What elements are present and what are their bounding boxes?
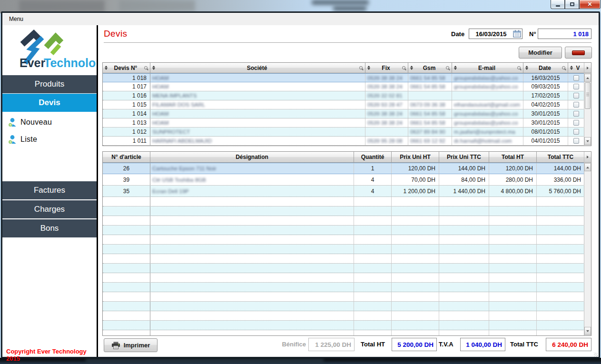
maximize-icon — [570, 2, 574, 6]
sort-icon[interactable] — [410, 65, 413, 71]
window-close-button[interactable]: ✕ — [579, 0, 601, 9]
table-row[interactable]: 1 016 MENA IMPLANTS 0539 32 02 81 17/02/… — [103, 91, 591, 100]
search-icon[interactable] — [402, 66, 406, 70]
verified-checkbox[interactable] — [573, 120, 579, 126]
column-header-v[interactable]: V — [568, 63, 584, 73]
column-header-designation[interactable]: Désignation — [150, 152, 354, 162]
articles-table: N° d'article Désignation Quantité Prix U… — [102, 151, 591, 336]
empty-cell — [103, 292, 150, 301]
table-row[interactable]: 1 011 HARNAFI ABDELMAJID 0539 95 28 08 0… — [103, 137, 591, 146]
empty-cell — [439, 283, 489, 292]
scroll-up-button[interactable] — [584, 163, 591, 171]
verified-checkbox[interactable] — [573, 129, 579, 135]
scrollbar-thumb[interactable] — [585, 82, 591, 109]
search-icon[interactable] — [445, 66, 450, 70]
empty-cell — [439, 254, 489, 263]
empty-cell — [150, 311, 354, 320]
sidebar-item-label: Factures — [34, 186, 65, 195]
table-row[interactable]: 1 012 SUNPROTECT 0637 89 84 90 m.jaafari… — [103, 128, 591, 137]
column-header-date[interactable]: Date — [523, 63, 568, 73]
verified-checkbox[interactable] — [573, 102, 579, 108]
cell-devis-no: 1 012 — [103, 128, 150, 136]
menu-item-menu[interactable]: Menu — [7, 15, 26, 23]
search-icon[interactable] — [144, 66, 148, 70]
column-header-quantite[interactable]: Quantité — [354, 152, 392, 162]
sidebar-item-factures[interactable]: Factures — [2, 181, 97, 199]
window-maximize-button[interactable] — [565, 0, 579, 9]
articles-table-scrollbar[interactable] — [584, 152, 591, 335]
sort-icon[interactable] — [453, 65, 457, 71]
sidebar-item-bons[interactable]: Bons — [2, 219, 97, 237]
sort-icon[interactable] — [104, 65, 108, 71]
verified-checkbox[interactable] — [573, 75, 579, 81]
table-row[interactable]: 1 017 HOAM 0539 38 38 24 0661 54 85 58 g… — [103, 82, 591, 91]
delete-button[interactable] — [565, 47, 592, 59]
cell-prix-uni-ttc: 1 440,00 DH — [439, 186, 489, 197]
scroll-down-button[interactable] — [584, 327, 591, 335]
sort-icon[interactable] — [525, 65, 528, 71]
devis-table-scrollbar[interactable] — [584, 63, 591, 146]
empty-cell — [537, 197, 584, 206]
table-row[interactable]: 1 018 HOAM 0539 38 38 24 0661 54 85 58 g… — [103, 73, 591, 82]
empty-table-row — [103, 245, 591, 254]
column-header-article-no[interactable]: N° d'article — [103, 152, 150, 162]
empty-cell — [392, 207, 439, 216]
table-row[interactable]: 1 013 HOAM 0539 38 38 24 0661 54 85 58 g… — [103, 118, 591, 128]
empty-cell — [392, 292, 439, 301]
scroll-down-button[interactable] — [584, 137, 591, 145]
scroll-up-button[interactable] — [584, 74, 591, 82]
column-header-gsm[interactable]: Gsm — [408, 63, 452, 73]
sidebar-item-charges[interactable]: Charges — [2, 200, 97, 218]
devis-number-input[interactable]: 1 018 — [538, 29, 591, 39]
modify-button[interactable]: Modifier — [519, 47, 562, 59]
sidebar-item-nouveau[interactable]: Nouveau — [8, 116, 52, 129]
column-header-email[interactable]: E-mail — [452, 63, 523, 73]
column-header-prix-uni-ttc[interactable]: Prix Uni TTC — [439, 152, 489, 162]
table-row[interactable]: 39 Clé USB Toshiba 8GB 4 70,00 DH 84,00 … — [103, 174, 591, 186]
table-row[interactable]: 26 Cartouche Epson 711 Noir 1 120,00 DH … — [103, 163, 591, 174]
sidebar-item-produits[interactable]: Produits — [2, 75, 97, 93]
verified-checkbox[interactable] — [573, 93, 579, 98]
column-scroll-button[interactable] — [584, 152, 591, 163]
verified-checkbox[interactable] — [573, 84, 579, 89]
column-scroll-button[interactable] — [584, 63, 591, 73]
cell-devis-no: 1 015 — [103, 100, 150, 109]
resize-grip[interactable] — [594, 353, 598, 356]
logo-text-technology: Technology — [44, 56, 96, 69]
column-header-total-ttc[interactable]: Total TTC — [537, 152, 584, 162]
print-button[interactable]: Imprimer — [104, 338, 158, 352]
verified-checkbox[interactable] — [573, 111, 579, 117]
window-minimize-button[interactable] — [551, 0, 565, 9]
articles-table-header: N° d'article Désignation Quantité Prix U… — [103, 152, 591, 163]
calendar-icon[interactable] — [513, 30, 521, 38]
date-input[interactable]: 16/03/2015 — [469, 29, 522, 39]
empty-table-row — [103, 254, 591, 264]
empty-cell — [392, 216, 439, 225]
column-header-total-ht[interactable]: Total HT — [489, 152, 537, 162]
table-row[interactable]: 1 014 HOAM 0539 38 38 24 0661 54 85 58 g… — [103, 109, 591, 118]
column-header-prix-uni-ht[interactable]: Prix Uni HT — [392, 152, 439, 162]
column-header-societe[interactable]: Société — [150, 63, 365, 73]
column-header-fix[interactable]: Fix — [365, 63, 408, 73]
verified-checkbox[interactable] — [573, 138, 579, 144]
table-row[interactable]: 1 015 FILAMAR DOS SARL 0539 93 28 47 067… — [103, 100, 591, 109]
cell-email: groupeabdalas@yahoo.co — [454, 111, 518, 117]
empty-cell — [439, 226, 489, 235]
sort-icon[interactable] — [152, 65, 155, 71]
search-icon[interactable] — [517, 66, 522, 70]
articles-empty-rows — [103, 197, 591, 336]
empty-cell — [392, 330, 439, 336]
sidebar: Ever Technology Produits Devis Nouveau — [2, 25, 97, 357]
cell-devis-no: 1 014 — [103, 109, 150, 118]
sidebar-item-devis[interactable]: Devis — [2, 94, 97, 112]
sort-icon[interactable] — [570, 65, 573, 71]
sort-icon[interactable] — [367, 65, 370, 71]
chevron-down-icon — [586, 330, 589, 332]
column-header-devis-no[interactable]: Devis N° — [103, 63, 150, 73]
cell-devis-no: 1 011 — [103, 137, 150, 145]
table-row[interactable]: 35 Ecran Dell 19P 4 1 200,00 DH 1 440,00… — [103, 186, 591, 197]
empty-cell — [489, 264, 537, 273]
sidebar-item-liste[interactable]: Liste — [8, 133, 37, 146]
search-icon[interactable] — [562, 66, 566, 70]
search-icon[interactable] — [359, 66, 364, 70]
